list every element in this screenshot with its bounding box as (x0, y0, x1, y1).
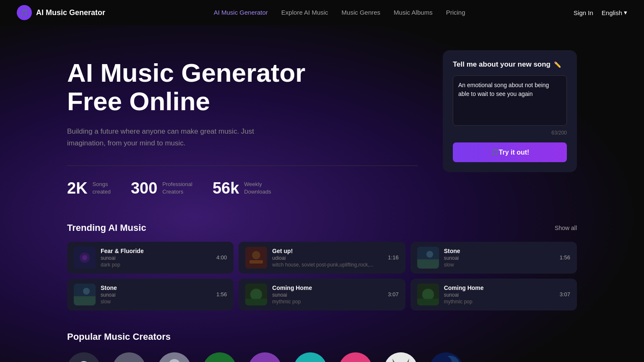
hero-left: AI Music Generator Free Online Building … (67, 50, 418, 197)
creator-avatar-4[interactable]: M (248, 352, 282, 362)
music-thumb-2 (417, 247, 439, 269)
music-genre-3: slow (101, 299, 211, 305)
music-name-5: Coming Home (444, 284, 555, 291)
svg-rect-17 (417, 299, 439, 305)
music-artist-5: sunoai (444, 292, 555, 298)
svg-rect-5 (249, 260, 263, 264)
hero-divider (67, 165, 418, 166)
song-card: Tell me about your new song ✏️ An emotio… (443, 50, 577, 172)
music-genre-1: witch house, soviet post-punk,uplifting,… (272, 262, 383, 268)
svg-point-29 (384, 352, 418, 362)
nav-links: AI Music Generator Explore AI Music Musi… (214, 9, 465, 16)
language-selector[interactable]: English ▾ (602, 9, 627, 16)
trending-section: Trending AI Music Show all Fear & Fluori… (0, 197, 644, 310)
hero-title: AI Music Generator Free Online (67, 59, 418, 116)
music-artist-3: sunoai (101, 292, 211, 298)
svg-point-13 (250, 289, 262, 300)
stat-songs-number: 2K (67, 179, 88, 197)
music-artist-2: sunoai (444, 255, 555, 261)
main-content: AI Music Generator Free Online Building … (0, 25, 644, 197)
svg-point-8 (426, 251, 433, 258)
stat-downloads-number: 56k (213, 179, 239, 197)
card-title: Tell me about your new song ✏️ (453, 60, 567, 69)
music-genre-2: slow (444, 262, 555, 268)
music-card-0[interactable]: Fear & Fluoride sunoai dark pop 4:00 (67, 242, 234, 274)
show-all-link[interactable]: Show all (555, 225, 577, 231)
stats-row: 2K Songs created 300 Professional Creato… (67, 179, 418, 197)
trending-title: Trending AI Music (67, 222, 146, 233)
stat-downloads-label: Weekly Downloads (244, 181, 271, 196)
svg-point-2 (82, 255, 87, 260)
svg-point-16 (422, 289, 434, 300)
music-thumb-3 (74, 284, 96, 305)
song-description-textarea[interactable]: An emotional song about not being able t… (453, 75, 567, 126)
stat-songs-label: Songs created (93, 181, 111, 196)
creator-avatar-1[interactable]: R (112, 352, 146, 362)
svg-rect-10 (74, 296, 96, 305)
music-name-1: Get up! (272, 248, 383, 254)
stat-creators: 300 Professional Creators (131, 179, 192, 197)
music-card-5[interactable]: Coming Home sunoai mythmic pop 3:07 (410, 279, 577, 310)
nav-music-genres[interactable]: Music Genres (342, 9, 381, 16)
music-genre-0: dark pop (101, 262, 211, 268)
music-artist-0: sunoai (101, 255, 211, 261)
music-duration-5: 3:07 (560, 291, 570, 297)
music-info-5: Coming Home sunoai mythmic pop (444, 284, 555, 305)
sign-in-button[interactable]: Sign In (574, 9, 593, 16)
music-artist-1: udioai (272, 255, 383, 261)
svg-rect-14 (245, 299, 267, 305)
music-duration-2: 1:56 (560, 254, 570, 261)
music-card-1[interactable]: Get up! udioai witch house, soviet post-… (239, 242, 405, 274)
creator-avatar-8[interactable] (429, 352, 463, 362)
music-thumb-0 (74, 247, 96, 269)
music-card-3[interactable]: Stone sunoai slow 1:56 (67, 279, 234, 310)
logo-icon: 🎵 (17, 5, 32, 20)
creators-row: R R M R M (67, 352, 577, 362)
nav-right: Sign In English ▾ (574, 9, 627, 16)
music-duration-4: 3:07 (388, 291, 398, 297)
pencil-icon: ✏️ (554, 61, 561, 68)
nav-ai-music-generator[interactable]: AI Music Generator (214, 9, 268, 16)
try-it-out-button[interactable]: 🎵Try it out! (453, 142, 567, 162)
svg-point-18 (67, 352, 101, 362)
music-duration-3: 1:56 (216, 291, 227, 297)
nav-explore-ai-music[interactable]: Explore AI Music (281, 9, 328, 16)
music-artist-4: sunoai (272, 292, 383, 298)
music-duration-0: 4:00 (216, 254, 227, 261)
music-genre-5: mythmic pop (444, 299, 555, 305)
music-thumb-1 (245, 247, 267, 269)
trending-header: Trending AI Music Show all (67, 222, 577, 233)
music-card-2[interactable]: Stone sunoai slow 1:56 (410, 242, 577, 274)
creator-avatar-7[interactable] (384, 352, 418, 362)
nav-music-albums[interactable]: Music Albums (394, 9, 433, 16)
creator-avatar-5[interactable]: R (293, 352, 327, 362)
music-thumb-4 (245, 284, 267, 305)
music-info-3: Stone sunoai slow (101, 284, 211, 305)
logo-text: AI Music Generator (36, 8, 105, 17)
creator-avatar-3[interactable]: R (203, 352, 236, 362)
music-thumb-5 (417, 284, 439, 305)
music-name-4: Coming Home (272, 284, 383, 291)
stat-creators-number: 300 (131, 179, 157, 197)
stat-songs: 2K Songs created (67, 179, 111, 197)
creator-avatar-6[interactable]: M (339, 352, 372, 362)
music-duration-1: 1:16 (388, 254, 398, 261)
stat-downloads: 56k Weekly Downloads (213, 179, 271, 197)
music-name-0: Fear & Fluoride (101, 248, 211, 254)
stat-creators-label: Professional Creators (162, 181, 192, 196)
char-count: 63/200 (453, 130, 567, 136)
music-genre-4: mythmic pop (272, 299, 383, 305)
logo[interactable]: 🎵 AI Music Generator (17, 5, 105, 20)
svg-point-4 (252, 251, 260, 259)
creator-avatar-2[interactable] (158, 352, 191, 362)
music-info-0: Fear & Fluoride sunoai dark pop (101, 248, 211, 268)
chevron-down-icon: ▾ (624, 9, 627, 16)
hero-subtitle: Building a future where anyone can make … (67, 126, 268, 148)
creator-avatar-0[interactable] (67, 352, 101, 362)
creators-title: Popular Music Creators (67, 331, 577, 342)
music-name-3: Stone (101, 284, 211, 291)
nav-pricing[interactable]: Pricing (446, 9, 465, 16)
music-card-4[interactable]: Coming Home sunoai mythmic pop 3:07 (239, 279, 405, 310)
music-info-4: Coming Home sunoai mythmic pop (272, 284, 383, 305)
svg-point-11 (83, 288, 90, 295)
